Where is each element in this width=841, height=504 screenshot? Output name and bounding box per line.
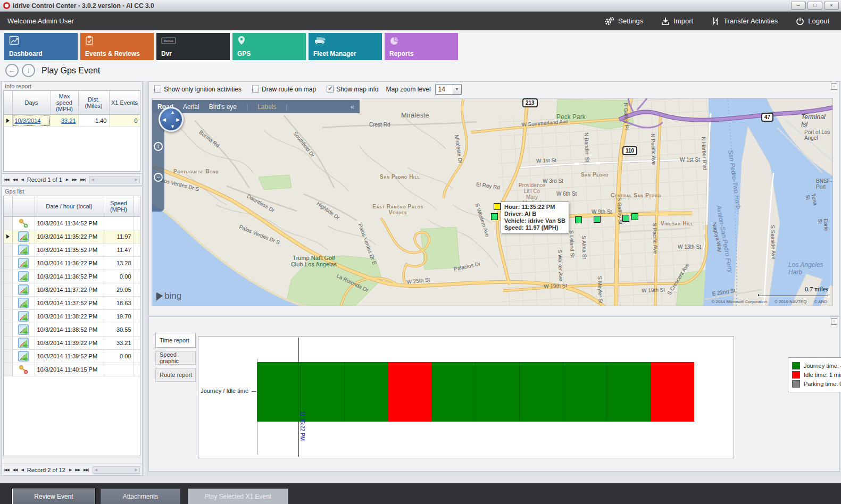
gps-datetime: 10/3/2014 11:39:22 PM [35, 336, 104, 349]
info-report-row[interactable]: 10/3/2014 33.21 1.40 0 [4, 114, 140, 127]
map-panel-collapse-icon[interactable]: ▫ [831, 83, 837, 90]
attachments-button[interactable]: Attachments [101, 489, 180, 504]
map-style-aerial[interactable]: Aerial [183, 103, 199, 111]
maximize-button[interactable]: □ [807, 2, 822, 10]
gps-point-icon [12, 323, 35, 336]
prev-record-button[interactable]: ◀ [21, 178, 23, 182]
map-bar-collapse-button[interactable]: « [351, 103, 354, 111]
gps-row[interactable]: 10/3/2014 11:36:52 PM 0.00 [4, 270, 140, 283]
bar-segment-idle [651, 362, 694, 422]
close-button[interactable]: × [824, 2, 839, 10]
zoom-in-button[interactable]: + [154, 142, 163, 151]
checkbox-show-only-ignition-activities[interactable]: Show only ignition activities [154, 86, 242, 93]
page-title: Play Gps Event [41, 66, 100, 75]
map-style-bird-s-eye[interactable]: Bird's eye [209, 103, 237, 111]
map[interactable]: MiralesteMiraleste DrBurma RdSouthfield … [152, 98, 833, 306]
gps-row[interactable]: 10/3/2014 11:39:22 PM 33.21 [4, 336, 140, 349]
gps-datetime: 10/3/2014 11:34:52 PM [35, 216, 104, 230]
gps-list-panel: Gps list Date / hour (local)Speed (MPH) … [1, 187, 143, 476]
next-record-button[interactable]: ▶ [66, 178, 68, 182]
review-event-button[interactable]: Review Event [12, 489, 95, 504]
gps-row[interactable]: 10/3/2014 11:35:22 PM 11.97 [4, 230, 140, 243]
gps-row[interactable]: 10/3/2014 11:39:52 PM 0.00 [4, 349, 140, 363]
gps-marker-icon[interactable] [575, 216, 582, 223]
gps-datetime: 10/3/2014 11:35:22 PM [35, 230, 104, 243]
next-record-button[interactable]: ▶ [69, 468, 71, 472]
tab-events-reviews[interactable]: Events & Reviews [80, 33, 154, 60]
gps-row[interactable]: 10/3/2014 11:34:52 PM [4, 216, 140, 230]
prev-page-button[interactable]: ◀◀ [13, 178, 18, 182]
chart-cursor-line [298, 338, 299, 457]
minimize-button[interactable]: – [791, 2, 806, 10]
gps-datetime: 10/3/2014 11:37:52 PM [35, 296, 104, 309]
settings-icon [604, 16, 614, 26]
map-controls: Show only ignition activitiesDraw route … [149, 82, 839, 95]
menu-import[interactable]: Import [661, 17, 693, 26]
zoom-out-button[interactable]: − [154, 173, 163, 182]
map-pan-control[interactable]: ▲▼ ◀▶ [159, 107, 184, 132]
tab-gps[interactable]: GPS [232, 33, 306, 60]
tab-route-report[interactable]: Route report [155, 368, 196, 382]
tooltip-line: Speed: 11.97 (MPH) [504, 224, 565, 231]
gps-icon [237, 36, 246, 47]
gps-speed: 11.97 [104, 230, 134, 243]
vertical-splitter[interactable] [144, 81, 147, 476]
gps-speed: 18.63 [104, 296, 134, 309]
menu-logout[interactable]: Logout [796, 17, 829, 26]
tab-time-report[interactable]: Time report [155, 333, 196, 348]
first-record-button[interactable]: |◀◀ [4, 178, 9, 182]
info-column-header[interactable]: Days [12, 91, 51, 114]
record-scrollbar[interactable]: ◀▶ [93, 466, 140, 474]
prev-page-button[interactable]: ◀◀ [13, 468, 18, 472]
checkbox-show-map-info[interactable]: Show map info [327, 86, 378, 93]
prev-record-button[interactable]: ◀ [21, 468, 23, 472]
gps-marker-icon[interactable] [622, 215, 629, 222]
next-page-button[interactable]: ▶▶ [72, 178, 77, 182]
info-column-header[interactable]: Max speed (MPH) [51, 91, 78, 114]
gps-row[interactable]: 10/3/2014 11:38:52 PM 30.55 [4, 323, 140, 336]
gps-marker-icon[interactable] [491, 213, 498, 220]
menu-transfer-activities[interactable]: Transfer Activities [711, 17, 778, 26]
gps-marker-icon[interactable] [631, 213, 638, 220]
gps-datetime: 10/3/2014 11:35:52 PM [35, 243, 104, 256]
import-icon [661, 17, 670, 26]
tab-dvr[interactable]: MERGEDvr [156, 33, 230, 60]
gps-row[interactable]: 10/3/2014 11:40:15 PM [4, 363, 140, 376]
info-column-header[interactable]: Dist. (Miles) [78, 91, 109, 114]
collapse-header-button[interactable]: ↓ [22, 64, 35, 77]
gps-marker-icon[interactable] [594, 216, 601, 223]
day-link[interactable]: 10/3/2014 [15, 117, 41, 124]
legend-item: Parking time: 0 sec (0%) [792, 380, 841, 388]
first-record-button[interactable]: |◀◀ [4, 468, 9, 472]
gps-row[interactable]: 10/3/2014 11:38:22 PM 19.70 [4, 309, 140, 323]
gps-column-header[interactable]: Date / hour (local) [35, 196, 104, 216]
map-zoom-select[interactable]: 14▼ [435, 84, 462, 95]
last-record-button[interactable]: ▶▶| [84, 468, 89, 472]
tab-fleet-manager[interactable]: Fleet Manager [309, 33, 382, 60]
gps-column-header[interactable]: Speed (MPH) [104, 196, 134, 216]
tab-reports[interactable]: Reports [385, 33, 458, 60]
bar-segment-journey [475, 362, 519, 422]
info-column-header[interactable]: X1 Events [109, 91, 140, 114]
back-button[interactable]: ← [5, 64, 19, 77]
play-selected-x1-event-button[interactable]: Play Selected X1 Event [188, 489, 288, 504]
last-record-button[interactable]: ▶▶| [80, 178, 86, 182]
record-scrollbar[interactable]: ◀▶ [89, 176, 140, 183]
gps-list-title: Gps list [2, 187, 142, 196]
map-style-labels[interactable]: Labels [257, 103, 276, 111]
reports-icon [389, 36, 399, 47]
tab-speed-graphic[interactable]: Speed graphic [155, 351, 196, 365]
menu-settings[interactable]: Settings [604, 16, 643, 26]
chart-panel-collapse-icon[interactable]: ▫ [831, 318, 837, 325]
legend-swatch-icon [792, 380, 800, 388]
next-page-button[interactable]: ▶▶ [75, 468, 80, 472]
gps-row[interactable]: 10/3/2014 11:37:52 PM 18.63 [4, 296, 140, 309]
chart-legend: Journey time: 4 min (80%)Idle time: 1 mi… [788, 357, 841, 392]
tab-dashboard[interactable]: Dashboard [4, 33, 78, 60]
max-speed-link[interactable]: 33.21 [61, 117, 76, 124]
gps-row[interactable]: 10/3/2014 11:36:22 PM 13.28 [4, 256, 140, 270]
checkbox-draw-route-on-map[interactable]: Draw route on map [252, 86, 316, 93]
gps-row[interactable]: 10/3/2014 11:35:52 PM 11.47 [4, 243, 140, 256]
event-marker-icon[interactable] [494, 203, 501, 210]
gps-row[interactable]: 10/3/2014 11:37:22 PM 29.05 [4, 283, 140, 296]
